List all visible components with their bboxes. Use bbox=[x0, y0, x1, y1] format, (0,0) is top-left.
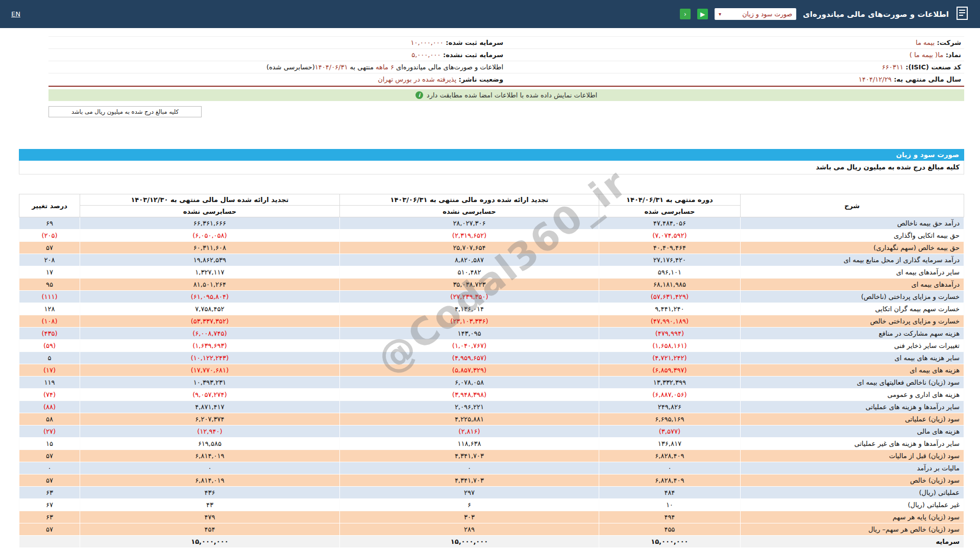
row-desc: خسارت و مزایای پرداختی (ناخالص) bbox=[740, 291, 964, 303]
cell-current-period: ۴۵۵ bbox=[599, 523, 740, 536]
cell-prior-period: (۳,۹۴۸,۳۹۸) bbox=[339, 389, 599, 401]
company-info-field: سال مالی منتهی به: ۱۴۰۴/۱۲/۲۹ bbox=[506, 73, 964, 86]
statement-row: سایر درآمدها و هزینه های عملیاتی۲۴۹,۸۲۶۲… bbox=[19, 401, 964, 413]
cell-prior-period: ۲۵,۷۰۷,۶۵۴ bbox=[339, 242, 599, 254]
cell-change-percent: ۵۷ bbox=[19, 523, 80, 536]
statement-row: درآمدهای بیمه ای۶۸,۱۸۱,۹۸۵۳۵,۰۳۸,۷۲۳۸۱,۵… bbox=[19, 279, 964, 291]
cell-current-period: ۲۷,۱۷۶,۴۲۰ bbox=[599, 254, 740, 266]
column-header-period-current: دوره منتهی به ۱۴۰۴/۰۶/۳۱ bbox=[599, 194, 740, 206]
statement-row: حق بیمه اتکایی واگذاری(۷,۰۷۴,۵۹۲)(۲,۳۱۹,… bbox=[19, 230, 964, 242]
cell-change-percent: ۵۷ bbox=[19, 242, 80, 254]
statement-row: سود (زیان) پایه هر سهم۴۹۴۳۰۳۴۷۹۶۳ bbox=[19, 511, 964, 523]
cell-prior-period: ۴,۳۴۱,۷۰۳ bbox=[339, 474, 599, 487]
info-label: کد صنعت (ISIC): bbox=[903, 63, 961, 71]
cell-change-percent: ۵۸ bbox=[19, 413, 80, 425]
statement-row: تغییرات سایر ذخایر فنی(۱,۶۵۸,۱۶۱)(۱,۰۴۰,… bbox=[19, 340, 964, 352]
prev-statement-button[interactable]: ▶ bbox=[697, 9, 708, 19]
cell-change-percent: (۱۱۱) bbox=[19, 291, 80, 303]
row-desc: سایر درآمدهای بیمه ای bbox=[740, 266, 964, 279]
cell-prior-year: ۸۱,۵۰۱,۲۶۴ bbox=[80, 279, 340, 291]
cell-current-period: (۳,۵۷۷) bbox=[599, 425, 740, 438]
column-subheader-unaudited-1: حسابرسی نشده bbox=[339, 206, 599, 217]
cell-current-period: ۰ bbox=[599, 462, 740, 474]
cell-prior-period: ۸,۸۲۰,۵۸۷ bbox=[339, 254, 599, 266]
info-label: نماد: bbox=[943, 51, 961, 59]
cell-prior-period: ۶ bbox=[339, 499, 599, 511]
info-value: ۶۶۰۳۱۱ bbox=[882, 63, 903, 71]
column-header-period-year: تجدید ارائه شده سال مالی منتهی به ۱۴۰۳/۱… bbox=[80, 194, 340, 206]
cell-prior-year: ۱۵,۰۰۰,۰۰۰ bbox=[80, 536, 340, 548]
cell-prior-period: ۲,۰۹۶,۲۲۱ bbox=[339, 401, 599, 413]
cell-prior-year: ۴۵۴ bbox=[80, 523, 340, 536]
cell-prior-period: (۲,۳۱۹,۶۵۲) bbox=[339, 230, 599, 242]
row-desc: سود (زیان) پایه هر سهم bbox=[740, 511, 964, 523]
info-label: (حسابرسی شده) bbox=[266, 63, 315, 71]
cell-change-percent: ۲۰۸ bbox=[19, 254, 80, 266]
row-desc: تغییرات سایر ذخایر فنی bbox=[740, 340, 964, 352]
top-navbar: اطلاعات و صورت‌های مالی میاندوره‌ای صورت… bbox=[0, 0, 980, 28]
signature-match-banner: اطلاعات نمایش داده شده با اطلاعات امضا ش… bbox=[48, 89, 964, 101]
row-desc: سایر هزینه های بیمه ای bbox=[740, 352, 964, 364]
statement-row: خسارت سهم بیمه گران اتکایی۹,۴۴۱,۲۴۰۴,۱۳۶… bbox=[19, 303, 964, 315]
row-desc: سود (زیان) قبل از مالیات bbox=[740, 450, 964, 462]
cell-prior-period: (۵,۸۵۷,۳۲۹) bbox=[339, 364, 599, 377]
row-desc: خسارت سهم بیمه گران اتکایی bbox=[740, 303, 964, 315]
statements-icon bbox=[955, 6, 969, 22]
info-label: شرکت: bbox=[935, 39, 961, 46]
cell-current-period: ۱۰ bbox=[599, 499, 740, 511]
cell-change-percent: (۸۸) bbox=[19, 401, 80, 413]
cell-prior-period: ۲۸۹ bbox=[339, 523, 599, 536]
next-statement-button[interactable]: ‹ bbox=[680, 9, 691, 19]
row-desc: هزینه های بیمه ای bbox=[740, 364, 964, 377]
cell-current-period: (۵۷,۶۳۱,۴۲۹) bbox=[599, 291, 740, 303]
cell-change-percent: (۲۷) bbox=[19, 425, 80, 438]
cell-current-period: ۴۰,۴۰۹,۴۶۴ bbox=[599, 242, 740, 254]
statement-row: خسارت و مزایای پرداختی (ناخالص)(۵۷,۶۳۱,۴… bbox=[19, 291, 964, 303]
cell-current-period: ۶,۶۹۵,۱۶۹ bbox=[599, 413, 740, 425]
cell-change-percent: ۱۲۸ bbox=[19, 303, 80, 315]
cell-current-period: ۱۳,۳۳۲,۳۹۹ bbox=[599, 377, 740, 389]
cell-prior-period: ۴,۳۴۱,۷۰۳ bbox=[339, 450, 599, 462]
statement-row: مالیات بر درآمد۰۰۰۰ bbox=[19, 462, 964, 474]
cell-prior-period: ۱۱۸,۶۳۸ bbox=[339, 438, 599, 450]
cell-current-period: ۴۹۴ bbox=[599, 511, 740, 523]
cell-change-percent: (۵۹) bbox=[19, 340, 80, 352]
cell-prior-period: ۴,۱۳۶,۰۱۴ bbox=[339, 303, 599, 315]
cell-current-period: ۵۹۶,۱۰۱ bbox=[599, 266, 740, 279]
cell-prior-year: ۶,۸۱۴,۰۱۹ bbox=[80, 474, 340, 487]
row-desc: هزینه های اداری و عمومی bbox=[740, 389, 964, 401]
statement-row: درآمد سرمایه گذاری از محل منابع بیمه ای۲… bbox=[19, 254, 964, 266]
cell-prior-period: ۵۱۰,۴۸۲ bbox=[339, 266, 599, 279]
row-desc: سرمایه bbox=[740, 536, 964, 548]
info-label: منتهی به bbox=[348, 63, 376, 71]
cell-prior-period: ۲۹۷ bbox=[339, 487, 599, 499]
cell-current-period: ۶,۸۲۸,۴۰۹ bbox=[599, 474, 740, 487]
info-label: سرمایه ثبت نشده: bbox=[440, 51, 503, 59]
statement-select[interactable]: صورت سود و زیان ▾ bbox=[715, 8, 796, 20]
cell-current-period: ۱۵,۰۰۰,۰۰۰ bbox=[599, 536, 740, 548]
row-desc: درآمد سرمایه گذاری از محل منابع بیمه ای bbox=[740, 254, 964, 266]
column-header-period-prior: تجدید ارائه شده دوره مالی منتهی به ۱۴۰۳/… bbox=[339, 194, 599, 206]
cell-current-period: ۹,۴۴۱,۲۴۰ bbox=[599, 303, 740, 315]
info-label: سرمایه ثبت شده: bbox=[444, 39, 503, 46]
info-value: ۱۴۰۴/۰۶/۳۱ bbox=[315, 63, 348, 71]
language-toggle-en[interactable]: EN bbox=[11, 10, 20, 18]
cell-prior-year: ۱۹,۸۶۲,۵۳۹ bbox=[80, 254, 340, 266]
company-info-field: نماد: ما( بیمه ما ) bbox=[506, 49, 964, 61]
cell-prior-period: (۲۷,۲۳۹,۳۵۰) bbox=[339, 291, 599, 303]
cell-change-percent bbox=[19, 536, 80, 548]
cell-prior-period: ۴,۲۲۵,۸۸۱ bbox=[339, 413, 599, 425]
cell-prior-period: (۴,۹۵۹,۶۵۷) bbox=[339, 352, 599, 364]
cell-prior-year: (۶,۰۰۸,۷۴۵) bbox=[80, 328, 340, 340]
cell-prior-year: (۵۳,۳۳۷,۳۵۲) bbox=[80, 315, 340, 328]
statement-row: سایر درآمدهای بیمه ای۵۹۶,۱۰۱۵۱۰,۴۸۲۱,۳۲۷… bbox=[19, 266, 964, 279]
row-desc: سود (زیان) خالص هر سهم– ریال bbox=[740, 523, 964, 536]
cell-prior-period: ۱۵,۰۰۰,۰۰۰ bbox=[339, 536, 599, 548]
row-desc: عملیاتی (ریال) bbox=[740, 487, 964, 499]
cell-prior-period: ۶,۰۷۸,۰۵۸ bbox=[339, 377, 599, 389]
cell-prior-year: ۱,۳۲۷,۱۱۷ bbox=[80, 266, 340, 279]
chevron-down-icon: ▾ bbox=[719, 11, 721, 17]
statement-row: سرمایه۱۵,۰۰۰,۰۰۰۱۵,۰۰۰,۰۰۰۱۵,۰۰۰,۰۰۰ bbox=[19, 536, 964, 548]
info-value: ۵,۰۰۰,۰۰۰ bbox=[411, 51, 440, 59]
cell-change-percent: (۱۷) bbox=[19, 364, 80, 377]
